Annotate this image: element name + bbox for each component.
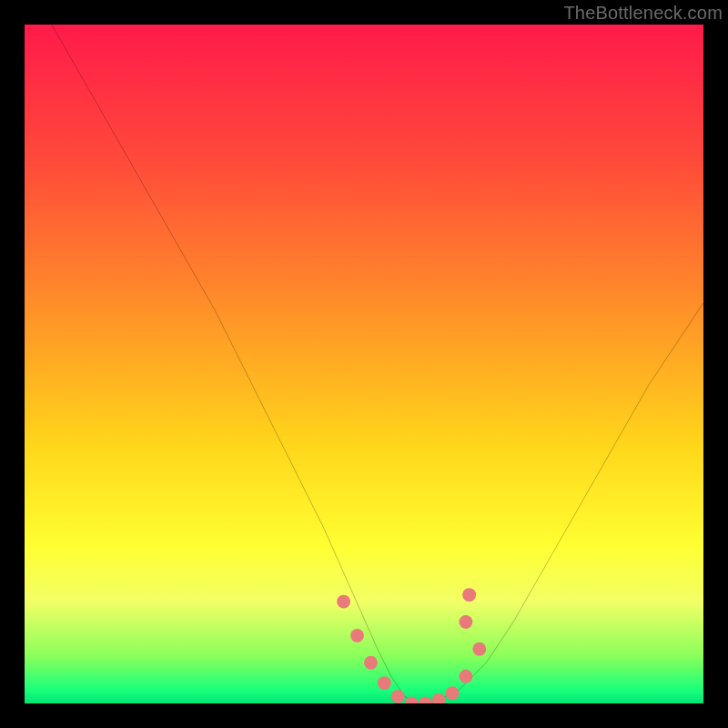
marker-point — [459, 615, 472, 629]
watermark-label: TheBottleneck.com — [563, 3, 723, 24]
highlight-markers — [337, 588, 486, 703]
marker-point — [364, 656, 378, 670]
marker-point — [432, 693, 446, 703]
plot-area — [25, 25, 703, 703]
marker-point — [419, 697, 432, 703]
chart-svg — [25, 25, 703, 703]
bottleneck-curve — [25, 25, 703, 703]
marker-point — [462, 588, 476, 602]
marker-point — [378, 676, 391, 690]
marker-point — [337, 595, 350, 609]
marker-point — [459, 670, 472, 683]
chart-frame: TheBottleneck.com — [0, 0, 728, 728]
marker-point — [350, 629, 364, 642]
marker-point — [391, 690, 405, 703]
marker-point — [446, 686, 460, 700]
marker-point — [472, 642, 486, 656]
